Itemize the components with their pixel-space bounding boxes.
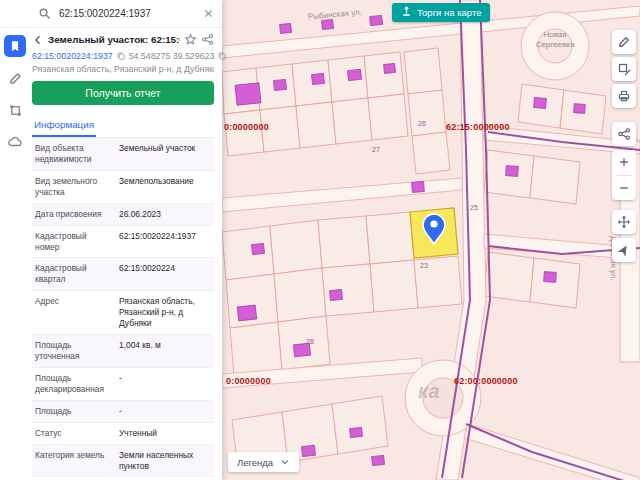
share-icon[interactable]: [201, 33, 214, 46]
area-tool-icon[interactable]: [4, 99, 26, 121]
bookmark-tool-icon[interactable]: [4, 35, 26, 57]
copy-icon[interactable]: [116, 51, 126, 61]
tabs-bar: Информация: [32, 114, 214, 138]
quarter-label: 62:00:0000000: [454, 376, 518, 386]
weather-cloud-icon[interactable]: [4, 131, 26, 153]
info-row: Адрес Рязанская область, Рязанский р-н, …: [32, 291, 214, 335]
info-row-value: Земли населенных пунктов: [119, 450, 211, 472]
navigation-arrow-icon: [617, 243, 631, 257]
map-canvas[interactable]: [222, 0, 640, 480]
left-tool-strip: [0, 28, 30, 480]
app-window: Земельный участок: 62:15:0020224:1937 62…: [0, 0, 640, 480]
search-bar: [0, 0, 222, 28]
info-row-label: Кадастровый номер: [35, 231, 111, 253]
quarter-label: 62:15:0000000: [446, 122, 510, 132]
tab-information[interactable]: Информация: [32, 115, 96, 137]
map-share-button[interactable]: [612, 122, 636, 146]
search-input[interactable]: [57, 7, 197, 20]
place-label: Новая Сергеевка: [525, 30, 585, 50]
info-row: Вид земельного участка Землепользование: [32, 171, 214, 204]
panel-header: Земельный участок: 62:15:0020224:1937: [32, 33, 214, 46]
info-row-label: Площадь: [35, 406, 111, 417]
info-row-value: Землепользование: [119, 176, 211, 198]
quarter-label: 0:0000000: [224, 122, 269, 132]
auction-icon: [401, 6, 412, 19]
zoom-control: [612, 150, 636, 200]
info-row-label: Кадастровый квартал: [35, 263, 111, 285]
plus-icon: [618, 156, 630, 168]
share-icon: [617, 127, 631, 141]
chevron-left-icon[interactable]: [32, 34, 44, 46]
info-row-value: Рязанская область, Рязанский р-н, д Дубн…: [119, 296, 211, 329]
info-row-value: 26.06.2023: [119, 209, 211, 220]
info-row-label: Вид земельного участка: [35, 176, 111, 198]
cadastral-link-row: 62:15:0020224:1937 54.548275 39.529623: [32, 51, 214, 61]
auction-map-button[interactable]: Торги на карте: [392, 3, 490, 22]
sidebar-body: Земельный участок: 62:15:0020224:1937 62…: [0, 28, 222, 480]
info-row-label: Категория земель: [35, 450, 111, 472]
copy-icon[interactable]: [217, 51, 227, 61]
info-row-value: -: [119, 373, 211, 395]
info-row-label: Дата присвоения: [35, 209, 111, 220]
info-row: Дата присвоения 26.06.2023: [32, 204, 214, 226]
info-row: Вид объекта недвижимости Земельный участ…: [32, 138, 214, 171]
info-row: Категория земель Земли населенных пункто…: [32, 445, 214, 478]
printer-icon: [617, 89, 631, 103]
quarter-label: 0:0000000: [226, 376, 271, 386]
sidebar: Земельный участок: 62:15:0020224:1937 62…: [0, 0, 222, 480]
pencil-icon: [617, 35, 631, 49]
info-table: Вид объекта недвижимости Земельный участ…: [32, 138, 214, 480]
measure-tool-icon[interactable]: [4, 67, 26, 89]
info-row-label: Вид объекта недвижимости: [35, 143, 111, 165]
search-icon: [38, 7, 51, 20]
parcel-number: 23: [420, 262, 428, 269]
coordinates-text: 54.548275 39.529623: [129, 51, 215, 61]
info-row-label: Адрес: [35, 296, 111, 329]
info-row: Статус Учтенный: [32, 423, 214, 445]
get-report-button[interactable]: Получить отчет: [32, 81, 214, 105]
watermark: ка: [418, 380, 440, 403]
info-row: Кадастровый номер 62:15:0020224:1937: [32, 226, 214, 259]
object-panel: Земельный участок: 62:15:0020224:1937 62…: [30, 28, 222, 480]
info-row-value: 1,004 кв. м: [119, 340, 211, 362]
minus-icon: [618, 182, 630, 194]
parcel-number: 26: [418, 120, 426, 127]
zoom-out-button[interactable]: [612, 176, 636, 201]
chevron-down-icon: [280, 457, 290, 467]
info-row: Площадь декларированная -: [32, 368, 214, 401]
cadastral-number-link[interactable]: 62:15:0020224:1937: [32, 51, 113, 61]
info-row-value: Земельный участок: [119, 143, 211, 165]
info-row-label: Статус: [35, 428, 111, 439]
pan-arrows-icon: [617, 215, 631, 229]
page-title: Земельный участок: 62:15:0020224:1937: [48, 34, 180, 45]
info-row: Площадь уточненная 1,004 кв. м: [32, 335, 214, 368]
info-row-label: Площадь декларированная: [35, 373, 111, 395]
map-area: Рыбинская ул. Дальняя ул. Новая Сергеевк…: [222, 0, 640, 480]
draw-area-icon: [617, 62, 631, 76]
parcel-number: 28: [306, 338, 314, 345]
info-row: Площадь -: [32, 401, 214, 423]
parcel-number: 27: [372, 146, 380, 153]
info-row-value: -: [119, 406, 211, 417]
draw-shape-button[interactable]: [612, 57, 636, 81]
info-row-value: 62:15:0020224:1937: [119, 231, 211, 253]
info-row-value: 62:15:0020224: [119, 263, 211, 285]
print-button[interactable]: [612, 84, 636, 108]
locate-me-button[interactable]: [612, 238, 636, 262]
star-icon[interactable]: [184, 33, 197, 46]
legend-button[interactable]: Легенда: [228, 452, 299, 472]
info-row: Кадастровый квартал 62:15:0020224: [32, 258, 214, 291]
info-row-label: Площадь уточненная: [35, 340, 111, 362]
info-row-value: Учтенный: [119, 428, 211, 439]
pan-button[interactable]: [612, 210, 636, 234]
edit-button[interactable]: [612, 30, 636, 54]
close-icon[interactable]: [203, 8, 214, 19]
parcel-number: 25: [470, 204, 478, 211]
zoom-in-button[interactable]: [612, 150, 636, 175]
address-line: Рязанская область, Рязанский р-н, д Дубн…: [32, 64, 214, 74]
